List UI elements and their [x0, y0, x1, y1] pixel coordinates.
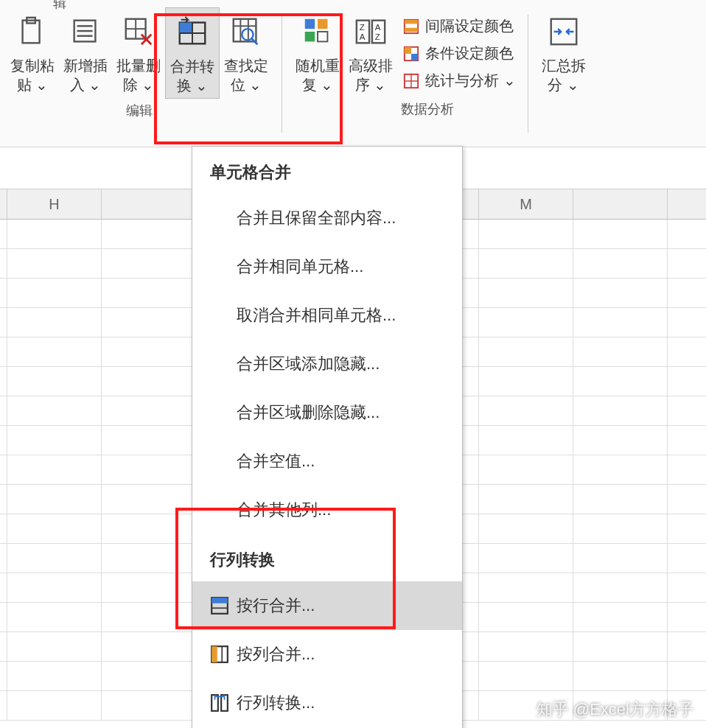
random-repeat-button[interactable]: 随机重 复 ⌄	[291, 7, 344, 97]
batch-delete-button[interactable]: 批量删 除 ⌄	[112, 7, 165, 97]
group-label-edit: 编辑	[126, 102, 153, 119]
insert-button[interactable]: 新增插 入 ⌄	[59, 7, 112, 97]
sort-za-icon: ZAAZ	[352, 13, 389, 50]
side-item-label: 间隔设定颜色	[425, 16, 514, 36]
merge-transform-button[interactable]: 合并转 换 ⌄	[165, 7, 220, 99]
stats-analysis-button[interactable]: 统计与分析 ⌄	[400, 69, 519, 92]
separator	[282, 15, 282, 133]
button-label: 高级排 序 ⌄	[349, 56, 393, 94]
button-label: 合并转 换 ⌄	[170, 57, 214, 95]
grid-col-icon	[210, 645, 229, 664]
ribbon-group-data: 随机重 复 ⌄ ZAAZ 高级排 序 ⌄ 间隔设定颜色 条件设定颜色 统计与分析…	[291, 7, 519, 97]
button-label: 查找定 位 ⌄	[224, 56, 268, 94]
advanced-sort-button[interactable]: ZAAZ 高级排 序 ⌄	[344, 7, 397, 97]
svg-text:Z: Z	[375, 33, 380, 42]
side-item-label: 条件设定颜色	[425, 43, 514, 63]
svg-rect-24	[318, 32, 327, 41]
svg-rect-12	[180, 23, 192, 33]
svg-text:A: A	[375, 23, 381, 32]
grid-x-icon	[120, 13, 157, 50]
svg-rect-36	[411, 54, 418, 60]
copy-paste-button[interactable]: 复制粘 贴 ⌄	[6, 7, 59, 97]
button-label: 汇总拆 分 ⌄	[542, 56, 586, 94]
swap-icon	[210, 693, 229, 713]
svg-text:A: A	[360, 33, 366, 42]
side-item-label: 统计与分析 ⌄	[425, 71, 516, 91]
menu-item-merge-keep-all[interactable]: 合并且保留全部内容...	[192, 194, 462, 242]
button-label: 批量删 除 ⌄	[116, 56, 161, 94]
column-header[interactable]: M	[479, 189, 573, 219]
menu-item-merge-del-hidden[interactable]: 合并区域删除隐藏...	[192, 388, 462, 437]
ribbon-toolbar: 辑 复制粘 贴 ⌄ 新增插 入 ⌄ 批量删 除 ⌄ 合并转 换 ⌄	[0, 0, 706, 147]
button-label: 新增插 入 ⌄	[63, 56, 108, 94]
button-label: 复制粘 贴 ⌄	[10, 56, 55, 94]
ribbon-group-edit: 复制粘 贴 ⌄ 新增插 入 ⌄ 批量删 除 ⌄ 合并转 换 ⌄ 查找定 位 ⌄	[6, 7, 273, 99]
page-lines-icon	[67, 13, 104, 50]
menu-item-merge-other-col[interactable]: 合并其他列...	[192, 486, 462, 534]
side-button-list: 间隔设定颜色 条件设定颜色 统计与分析 ⌄	[397, 7, 519, 92]
svg-rect-42	[212, 598, 228, 603]
grid-row-icon	[210, 596, 229, 615]
merge-split-icon	[545, 13, 582, 50]
column-header[interactable]	[102, 189, 196, 219]
svg-rect-32	[405, 19, 418, 24]
menu-item-unmerge-same[interactable]: 取消合并相同单元格...	[192, 291, 462, 340]
column-header[interactable]	[573, 189, 668, 219]
menu-item-merge-same[interactable]: 合并相同单元格...	[192, 242, 462, 291]
grid-search-icon	[228, 13, 265, 50]
svg-rect-23	[305, 32, 315, 41]
find-locate-button[interactable]: 查找定 位 ⌄	[220, 7, 273, 97]
dropdown-section-title: 单元格合并	[192, 147, 462, 194]
color-squares-icon	[299, 13, 336, 50]
interval-color-button[interactable]: 间隔设定颜色	[400, 15, 519, 38]
svg-rect-35	[405, 46, 411, 53]
conditional-color-button[interactable]: 条件设定颜色	[400, 42, 519, 65]
menu-item-label: 按行合并...	[237, 595, 315, 617]
color-grid-icon	[403, 46, 419, 62]
watermark-text: 知乎 @Excel方方格子	[537, 699, 694, 721]
column-header[interactable]: G	[0, 189, 7, 219]
summary-split-button[interactable]: 汇总拆 分 ⌄	[537, 7, 590, 97]
clipboard-icon	[14, 13, 51, 50]
column-header[interactable]: H	[7, 189, 102, 219]
svg-rect-22	[318, 19, 327, 29]
menu-item-rowcol-transform[interactable]: 行列转换...	[192, 679, 462, 727]
group-label-data: 数据分析	[401, 100, 454, 118]
menu-item-merge-by-col[interactable]: 按列合并...	[192, 630, 462, 679]
svg-rect-45	[212, 646, 217, 662]
svg-text:Z: Z	[360, 23, 365, 32]
dropdown-section-title: 行列转换	[192, 534, 462, 581]
svg-rect-33	[405, 27, 418, 32]
menu-item-merge-add-hidden[interactable]: 合并区域添加隐藏...	[192, 340, 462, 388]
merge-transform-dropdown: 单元格合并 合并且保留全部内容... 合并相同单元格... 取消合并相同单元格.…	[192, 146, 463, 728]
striped-grid-icon	[403, 18, 419, 35]
menu-item-label: 按列合并...	[237, 643, 315, 665]
svg-rect-21	[305, 19, 315, 29]
stats-grid-icon	[403, 73, 419, 89]
merge-grid-icon	[174, 14, 211, 51]
menu-item-merge-by-row[interactable]: 按行合并...	[192, 581, 462, 630]
menu-item-merge-blank[interactable]: 合并空值...	[192, 437, 462, 486]
menu-item-label: 行列转换...	[237, 692, 315, 714]
button-label: 随机重 复 ⌄	[296, 56, 340, 94]
ribbon-group-summary: 汇总拆 分 ⌄	[537, 7, 590, 97]
separator	[528, 15, 528, 133]
